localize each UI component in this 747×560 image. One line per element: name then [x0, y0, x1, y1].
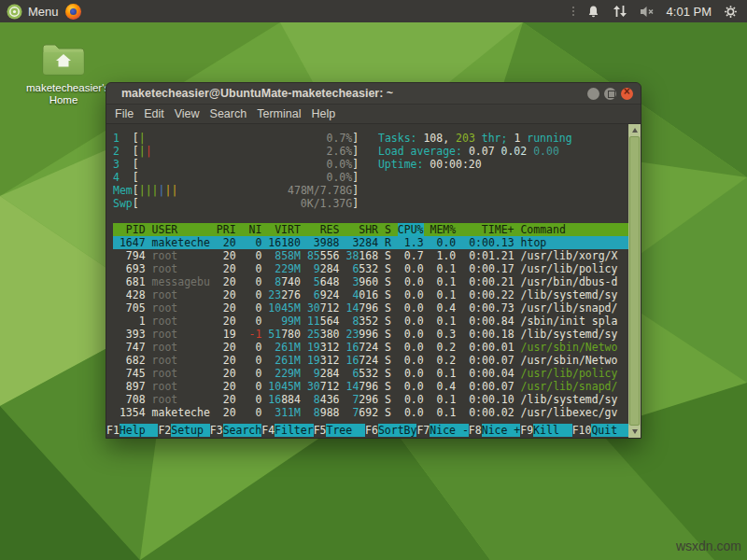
menu-button[interactable]: Menu [7, 4, 59, 20]
meter-swp: Swp[ 0K/1.37G] [113, 197, 628, 210]
watermark: wsxdn.com [676, 539, 741, 553]
mate-logo-icon [7, 4, 22, 20]
column-header-mem[interactable]: MEM% [430, 223, 456, 236]
maximize-button[interactable] [604, 88, 616, 100]
htop-row[interactable]: 708 root 20 0 16884 8436 7296 S 0.0 0.1 … [113, 393, 628, 406]
column-header-res[interactable]: RES [307, 223, 340, 236]
htop-row[interactable]: 1354 maketeche 20 0 311M 8988 7692 S 0.0… [113, 406, 628, 419]
scrollbar-down-icon[interactable] [628, 426, 641, 438]
menu-help[interactable]: Help [311, 107, 344, 120]
fkey-nice[interactable]: F8Nice + [469, 424, 520, 437]
menu-file[interactable]: File [115, 107, 142, 120]
htop-row[interactable]: 747 root 20 0 261M 19312 16724 S 0.0 0.2… [113, 341, 628, 354]
column-header-cpu[interactable]: CPU% [398, 223, 424, 236]
meter-2: 2 [|| 2.6%] Load average: 0.07 0.02 0.00 [113, 145, 628, 158]
notifications-bell-icon[interactable] [586, 5, 600, 19]
htop-row[interactable]: 1647 maketeche 20 0 16180 3988 3284 R 1.… [113, 236, 628, 249]
htop-row[interactable]: 794 root 20 0 858M 85556 38168 S 0.7 1.0… [113, 249, 628, 262]
htop-row[interactable]: 693 root 20 0 229M 9284 6532 S 0.0 0.1 0… [113, 262, 628, 275]
htop-row[interactable]: 393 root 19 -1 51780 25380 23996 S 0.0 0… [113, 328, 628, 341]
column-header-shr[interactable]: SHR [345, 223, 378, 236]
fkey-help[interactable]: F1Help [106, 424, 158, 437]
menu-terminal[interactable]: Terminal [257, 107, 309, 120]
htop-row[interactable]: 1 root 20 0 99M 11564 8352 S 0.0 0.1 0:0… [113, 315, 628, 328]
clock[interactable]: 4:01 PM [667, 5, 712, 19]
htop-output: 1 [| 0.7%] Tasks: 108, 203 thr; 1 runnin… [106, 124, 628, 438]
menu-edit[interactable]: Edit [144, 107, 173, 120]
scrollbar-thumb[interactable] [629, 136, 640, 426]
window-title: maketecheasier@UbuntuMate-maketecheasier… [106, 87, 393, 100]
meter-3: 3 [ 0.0%] Uptime: 00:00:20 [113, 158, 628, 171]
htop-row[interactable]: 428 root 20 0 23276 6924 4016 S 0.0 0.1 … [113, 288, 628, 301]
firefox-launcher-icon[interactable] [65, 4, 81, 20]
fkey-setup[interactable]: F2Setup [158, 424, 209, 437]
window-titlebar[interactable]: maketecheasier@UbuntuMate-maketecheasier… [106, 83, 641, 105]
meter-1: 1 [| 0.7%] Tasks: 108, 203 thr; 1 runnin… [113, 132, 628, 145]
fkey-kill[interactable]: F9Kill [520, 424, 571, 437]
meter-mem: Mem[|||||| 478M/7.78G] [113, 184, 628, 197]
terminal-window: maketecheasier@UbuntuMate-maketecheasier… [106, 82, 641, 439]
volume-muted-icon[interactable] [640, 6, 655, 18]
htop-row[interactable]: 897 root 20 0 1045M 30712 14796 S 0.0 0.… [113, 380, 628, 393]
htop-row[interactable]: 705 root 20 0 1045M 30712 14796 S 0.0 0.… [113, 301, 628, 315]
htop-row[interactable]: 682 root 20 0 261M 19312 16724 S 0.0 0.2… [113, 354, 628, 367]
terminal-menubar: File Edit View Search Terminal Help [106, 105, 641, 124]
menu-label: Menu [28, 5, 59, 19]
panel-grip-icon [572, 7, 574, 16]
home-folder[interactable]: maketecheasier's Home [26, 39, 101, 106]
fkey-nice[interactable]: F7Nice - [416, 424, 468, 437]
htop-header-row: PID USER PRI NI VIRT RES SHR S CPU% MEM%… [113, 223, 628, 236]
terminal-scrollbar[interactable] [628, 124, 641, 438]
column-header-pid[interactable]: PID [113, 223, 146, 236]
column-header-command[interactable]: Command [520, 223, 565, 236]
close-button[interactable] [621, 88, 633, 100]
fkey-quit[interactable]: F10Quit [572, 424, 628, 437]
scrollbar-up-icon[interactable] [628, 124, 641, 136]
network-updown-icon[interactable] [613, 5, 627, 18]
fkey-filter[interactable]: F4Filter [261, 424, 313, 437]
fkey-search[interactable]: F3Search [210, 424, 261, 437]
htop-function-key-bar: F1Help F2Setup F3SearchF4FilterF5Tree F6… [106, 424, 628, 438]
htop-row[interactable]: 745 root 20 0 229M 9284 6532 S 0.0 0.1 0… [113, 367, 628, 380]
home-folder-label: maketecheasier's Home [26, 82, 101, 106]
menu-view[interactable]: View [175, 107, 208, 120]
column-header-s[interactable]: S [385, 223, 391, 236]
minimize-button[interactable] [587, 88, 599, 100]
column-header-virt[interactable]: VIRT [268, 223, 301, 236]
shutdown-gear-icon[interactable] [724, 5, 738, 19]
column-header-user[interactable]: USER [152, 223, 210, 236]
folder-icon [39, 39, 88, 78]
terminal-screen[interactable]: 1 [| 0.7%] Tasks: 108, 203 thr; 1 runnin… [106, 124, 641, 438]
column-header-ni[interactable]: NI [243, 223, 262, 236]
top-panel: Menu 4:01 PM [0, 0, 747, 22]
desktop: { "colors": { "panel_bg": "#3a3936", "te… [0, 0, 747, 560]
column-header-pri[interactable]: PRI [217, 223, 236, 236]
fkey-sortby[interactable]: F6SortBy [365, 424, 416, 437]
htop-row[interactable]: 681 messagebu 20 0 8740 5648 3960 S 0.0 … [113, 275, 628, 288]
fkey-tree[interactable]: F5Tree [314, 424, 365, 437]
menu-search[interactable]: Search [210, 107, 256, 120]
meter-4: 4 [ 0.0%] [113, 171, 628, 184]
column-header-time[interactable]: TIME+ [462, 223, 514, 236]
